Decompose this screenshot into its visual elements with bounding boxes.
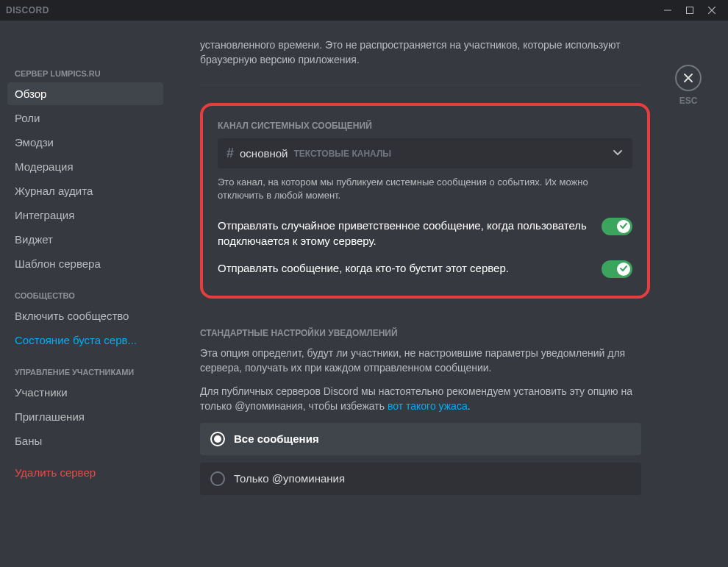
hash-icon: # bbox=[226, 146, 234, 161]
brand-label: DISCORD bbox=[6, 5, 49, 15]
close-icon bbox=[682, 72, 694, 84]
sidebar-item-bans[interactable]: Баны bbox=[7, 429, 163, 452]
radio-icon bbox=[210, 471, 225, 486]
sidebar-item-delete-server[interactable]: Удалить сервер bbox=[7, 461, 163, 484]
svg-rect-1 bbox=[687, 7, 693, 14]
notif-horror-link[interactable]: вот такого ужаса bbox=[388, 400, 468, 412]
toggle-welcome[interactable] bbox=[602, 218, 632, 235]
toggle-boost[interactable] bbox=[602, 260, 632, 278]
radio-only-mentions[interactable]: Только @упоминания bbox=[200, 463, 641, 495]
toggle-boost-label: Отправлять сообщение, когда кто-то бусти… bbox=[218, 260, 590, 276]
system-channel-select[interactable]: # основной ТЕКСТОВЫЕ КАНАЛЫ bbox=[218, 138, 632, 168]
notification-defaults-section: СТАНДАРТНЫЕ НАСТРОЙКИ УВЕДОМЛЕНИЙ Эта оп… bbox=[200, 328, 641, 495]
window-controls bbox=[657, 3, 722, 18]
system-channel-desc: Это канал, на котором мы публикуем систе… bbox=[218, 176, 632, 202]
sidebar-item-widget[interactable]: Виджет bbox=[7, 228, 163, 251]
sidebar-item-audit-log[interactable]: Журнал аудита bbox=[7, 179, 163, 202]
toggle-row-boost: Отправлять сообщение, когда кто-то бусти… bbox=[218, 260, 632, 278]
close-cluster: ESC bbox=[675, 65, 702, 106]
sidebar-item-members[interactable]: Участники bbox=[7, 381, 163, 404]
check-icon bbox=[619, 221, 628, 230]
notif-title: СТАНДАРТНЫЕ НАСТРОЙКИ УВЕДОМЛЕНИЙ bbox=[200, 328, 641, 338]
sidebar-item-moderation[interactable]: Модерация bbox=[7, 155, 163, 178]
sidebar-item-boost-status[interactable]: Состояние буста серв... bbox=[7, 329, 163, 352]
sidebar-item-roles[interactable]: Роли bbox=[7, 107, 163, 129]
sidebar-item-integration[interactable]: Интеграция bbox=[7, 204, 163, 227]
radio-all-label: Все сообщения bbox=[234, 432, 319, 445]
afk-description-tail: установленного времени. Это не распростр… bbox=[200, 38, 641, 67]
sidebar-item-template[interactable]: Шаблон сервера bbox=[7, 252, 163, 275]
radio-icon bbox=[210, 432, 225, 446]
system-messages-section: КАНАЛ СИСТЕМНЫХ СООБЩЕНИЙ # основной ТЕК… bbox=[200, 103, 650, 298]
sidebar-header-members: УПРАВЛЕНИЕ УЧАСТНИКАМИ bbox=[7, 363, 163, 381]
close-window-button[interactable] bbox=[702, 3, 722, 18]
notif-desc-1: Эта опция определит, будут ли участники,… bbox=[200, 346, 641, 376]
close-button[interactable] bbox=[675, 65, 702, 91]
svg-rect-0 bbox=[664, 10, 671, 11]
close-label: ESC bbox=[675, 96, 702, 106]
sidebar-header-server: СЕРВЕР LUMPICS.RU bbox=[7, 65, 163, 82]
system-channel-name: основной bbox=[240, 147, 288, 160]
divider bbox=[200, 85, 641, 85]
toggle-welcome-label: Отправлять случайное приветственное сооб… bbox=[218, 218, 590, 249]
titlebar: DISCORD bbox=[0, 0, 728, 21]
toggle-row-welcome: Отправлять случайное приветственное сооб… bbox=[218, 218, 632, 249]
chevron-down-icon bbox=[612, 146, 624, 161]
maximize-button[interactable] bbox=[679, 3, 700, 18]
system-channel-category: ТЕКСТОВЫЕ КАНАЛЫ bbox=[293, 149, 391, 159]
sidebar-item-enable-community[interactable]: Включить сообщество bbox=[7, 304, 163, 327]
radio-mentions-label: Только @упоминания bbox=[234, 472, 345, 485]
settings-content: ESC установленного времени. Это не распр… bbox=[171, 21, 728, 567]
sidebar-item-invites[interactable]: Приглашения bbox=[7, 405, 163, 428]
radio-all-messages[interactable]: Все сообщения bbox=[200, 423, 641, 455]
check-icon bbox=[619, 264, 628, 273]
settings-sidebar: СЕРВЕР LUMPICS.RU Обзор Роли Эмодзи Моде… bbox=[0, 21, 171, 567]
system-channel-title: КАНАЛ СИСТЕМНЫХ СООБЩЕНИЙ bbox=[218, 121, 632, 131]
minimize-button[interactable] bbox=[657, 3, 678, 18]
sidebar-header-community: СООБЩЕСТВО bbox=[7, 287, 163, 304]
notif-desc-2: Для публичных серверов Discord мы настоя… bbox=[200, 384, 641, 414]
sidebar-item-overview[interactable]: Обзор bbox=[7, 82, 163, 105]
sidebar-item-emoji[interactable]: Эмодзи bbox=[7, 131, 163, 154]
